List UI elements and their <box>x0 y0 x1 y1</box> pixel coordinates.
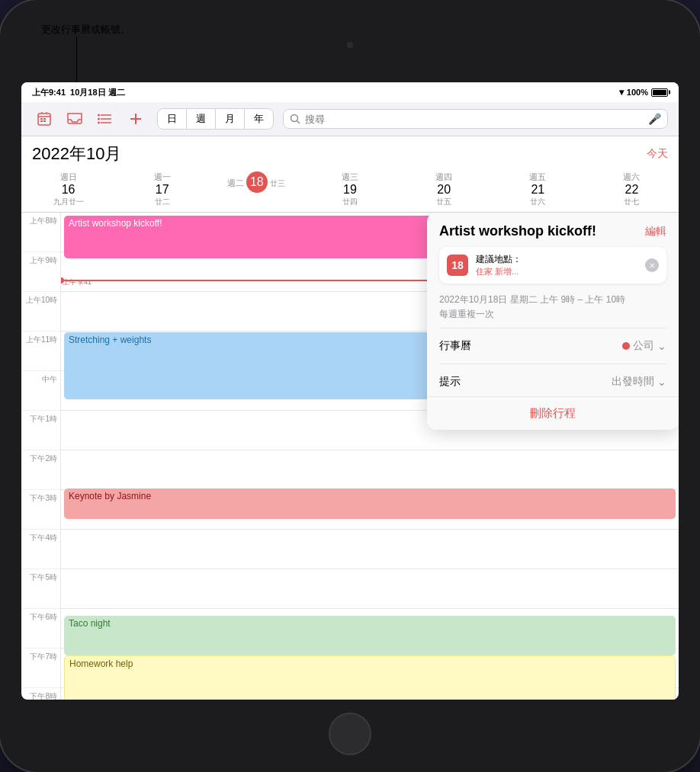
view-year-btn[interactable]: 年 <box>245 109 273 129</box>
day-header-21: 週五 21 廿六 <box>491 168 585 212</box>
time-label-3: 上午11時 <box>26 335 57 345</box>
event-taco-night-title: Taco night <box>69 618 111 629</box>
battery-fill <box>653 90 666 95</box>
event-taco-night[interactable]: Taco night <box>64 616 676 655</box>
status-left: 上午9:41 10月18日 週二 <box>32 87 125 98</box>
calendar-chevron: ⌄ <box>657 340 666 352</box>
svg-line-17 <box>297 121 300 124</box>
event-homework-help-title: Homework help <box>69 658 133 669</box>
location-subtext[interactable]: 住家 新增... <box>476 266 522 277</box>
view-month-btn[interactable]: 月 <box>216 109 245 129</box>
svg-point-13 <box>98 122 100 124</box>
svg-rect-5 <box>43 118 46 120</box>
home-button[interactable] <box>329 713 371 755</box>
days-header: 週日 16 九月廿一 週一 17 廿二 週二 18 廿三 週三 19 廿四 週四 <box>21 168 679 213</box>
day-num-3: 19 <box>303 183 397 197</box>
popover-reminder-row: 提示 出發時間 ⌄ <box>427 367 679 396</box>
event-artist-workshop-title: Artist workshop kickoff! <box>69 218 162 229</box>
mic-icon[interactable]: 🎤 <box>648 113 661 125</box>
time-label-1: 上午9時 <box>30 255 57 266</box>
toolbar-left <box>32 107 148 131</box>
time-label-12: 下午8時 <box>30 691 57 700</box>
time-label-7: 下午3時 <box>30 493 57 504</box>
day-sub-5: 廿六 <box>530 197 545 206</box>
list-icon[interactable] <box>93 107 117 131</box>
popover-location-row: 18 建議地點： 住家 新增... ✕ <box>439 247 666 283</box>
day-num-2: 18 <box>246 171 268 193</box>
hour-line-6 <box>61 450 679 490</box>
day-num-5: 21 <box>491 183 585 197</box>
battery-pct: 100% <box>627 88 648 97</box>
calendar-value[interactable]: 公司 ⌄ <box>622 339 666 353</box>
popover-calendar-row: 行事曆 公司 ⌄ <box>427 332 679 360</box>
time-label-2: 上午10時 <box>26 295 57 306</box>
add-event-icon[interactable] <box>124 107 148 131</box>
day-sub-3: 廿四 <box>342 197 358 206</box>
day-label-5: 週五 <box>529 172 546 181</box>
day-header-20: 週四 20 廿五 <box>397 168 491 212</box>
delete-event-button[interactable]: 刪除行程 <box>427 396 679 430</box>
time-label-11: 下午7時 <box>30 652 57 662</box>
time-slot-9: 下午5時 <box>21 569 60 609</box>
popover-datetime-line2: 每週重複一次 <box>439 307 666 322</box>
day-label-2: 週二 <box>227 178 244 187</box>
month-header: 2022年10月 今天 <box>21 136 679 168</box>
time-slot-4: 中午 <box>21 371 60 411</box>
day-sub-2: 廿三 <box>270 179 285 187</box>
time-slot-8: 下午4時 <box>21 530 60 569</box>
time-label-6: 下午2時 <box>30 453 57 464</box>
day-header-16: 週日 16 九月廿一 <box>21 168 115 212</box>
event-keynote-title: Keynote by Jasmine <box>69 491 151 501</box>
svg-point-16 <box>291 115 298 122</box>
day-sub-4: 廿五 <box>436 197 451 206</box>
hour-line-9 <box>61 569 679 609</box>
annotation-top: 更改行事曆或帳號。 <box>41 23 130 37</box>
toolbar: 日 週 月 年 🎤 <box>21 102 679 136</box>
time-label-9: 下午5時 <box>30 572 57 583</box>
day-label-4: 週四 <box>435 172 452 181</box>
search-bar[interactable]: 🎤 <box>283 109 668 129</box>
event-stretching-title: Stretching + weights <box>69 335 151 345</box>
calendar-label: 行事曆 <box>439 339 471 353</box>
svg-point-12 <box>98 118 100 120</box>
location-close-button[interactable]: ✕ <box>645 258 659 272</box>
location-label: 建議地點： <box>476 253 522 266</box>
view-week-btn[interactable]: 週 <box>187 109 216 129</box>
time-slot-12: 下午8時 <box>21 688 60 700</box>
event-homework-help[interactable]: Homework help <box>64 655 676 700</box>
svg-point-11 <box>98 114 100 117</box>
day-label-3: 週三 <box>342 172 358 181</box>
view-day-btn[interactable]: 日 <box>158 109 187 129</box>
popover-datetime: 2022年10月18日 星期二 上午 9時 – 上午 10時 每週重複一次 <box>427 288 679 325</box>
today-button[interactable]: 今天 <box>647 147 668 161</box>
time-slot-2: 上午10時 <box>21 292 60 332</box>
svg-rect-4 <box>40 118 43 120</box>
status-date: 10月18日 週二 <box>70 87 125 98</box>
search-input[interactable] <box>305 114 644 125</box>
month-title: 2022年10月 <box>32 143 121 165</box>
event-keynote[interactable]: Keynote by Jasmine <box>64 489 676 519</box>
day-header-19: 週三 19 廿四 <box>303 168 397 212</box>
popover-datetime-line1: 2022年10月18日 星期二 上午 9時 – 上午 10時 <box>439 293 666 307</box>
inbox-icon[interactable] <box>63 107 87 131</box>
time-column: 上午8時上午9時上午10時上午11時中午下午1時下午2時下午3時下午4時下午5時… <box>21 213 61 700</box>
popover-divider-2 <box>439 364 666 364</box>
view-segmented-control[interactable]: 日 週 月 年 <box>157 108 274 130</box>
hour-line-8 <box>61 530 679 569</box>
day-num-1: 17 <box>115 183 209 197</box>
day-header-22: 週六 22 廿七 <box>585 168 679 212</box>
popover-edit-button[interactable]: 編輯 <box>645 225 666 239</box>
time-slot-0: 上午8時 <box>21 213 60 252</box>
device-screen: 上午9:41 10月18日 週二 ▾ 100% <box>21 82 679 700</box>
time-slot-3: 上午11時 <box>21 332 60 371</box>
reminder-value[interactable]: 出發時間 ⌄ <box>612 375 666 389</box>
reminder-value-text: 出發時間 <box>612 375 654 389</box>
day-header-18: 週二 18 廿三 <box>209 168 303 212</box>
events-column: 上午 9:41 Artist workshop kickoff! Stretch… <box>61 213 679 700</box>
calendar-color-dot <box>622 342 630 350</box>
day-label-0: 週日 <box>60 172 77 181</box>
search-icon <box>290 114 300 124</box>
event-popover: Artist workshop kickoff! 編輯 18 建議地點： 住家 … <box>427 213 679 430</box>
location-text-block: 建議地點： 住家 新增... <box>476 253 522 277</box>
calendar-grid-icon[interactable] <box>32 107 56 131</box>
